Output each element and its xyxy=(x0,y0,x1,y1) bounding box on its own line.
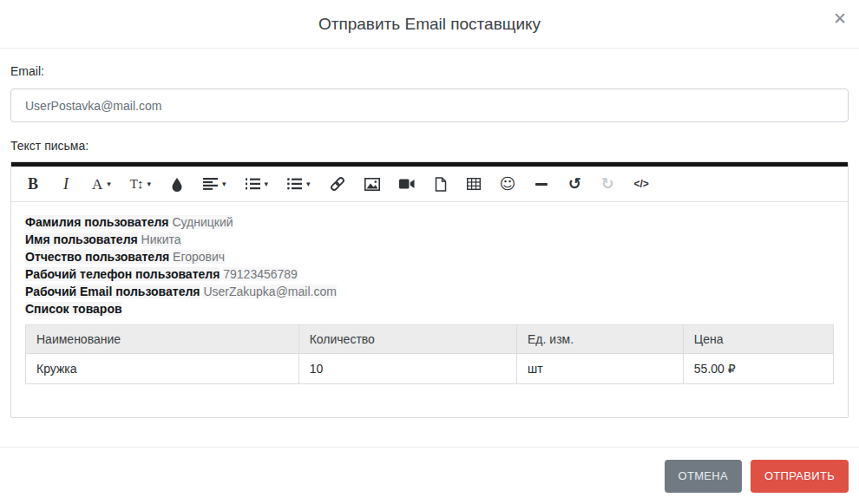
field-label: Фамилия пользователя xyxy=(25,215,169,229)
send-email-dialog: Отправить Email поставщику ✕ Email: Текс… xyxy=(0,0,859,504)
chevron-down-icon: ▾ xyxy=(306,180,311,188)
cancel-button[interactable]: ОТМЕНА xyxy=(665,460,742,493)
image-icon xyxy=(364,178,380,191)
redo-button[interactable]: ↻ xyxy=(591,167,624,201)
chevron-down-icon: ▾ xyxy=(147,180,151,188)
font-size-icon: T↕ xyxy=(130,178,143,191)
emoticon-icon: ☺ xyxy=(500,176,516,192)
dialog-body: Email: Текст письма: B I A▾ T↕▾ ▾ ▾ xyxy=(0,49,859,418)
dialog-header: Отправить Email поставщику ✕ xyxy=(0,0,859,49)
send-button[interactable]: ОТПРАВИТЬ xyxy=(751,460,849,493)
italic-button[interactable]: I xyxy=(49,167,82,201)
redo-icon: ↻ xyxy=(601,176,614,192)
horizontal-line-button[interactable] xyxy=(525,167,558,201)
user-firstname-line: Имя пользователя Никита xyxy=(25,231,834,248)
font-family-icon: A xyxy=(92,177,102,192)
field-value: Никита xyxy=(141,232,181,246)
ordered-list-button[interactable]: ▾ xyxy=(236,167,279,201)
font-size-button[interactable]: T↕▾ xyxy=(121,167,161,201)
column-header-quantity: Количество xyxy=(298,325,516,354)
cell-item-quantity: 10 xyxy=(298,354,516,384)
undo-icon: ↺ xyxy=(568,176,581,192)
field-value: UserZakupka@mail.com xyxy=(203,285,336,298)
field-label: Отчество пользователя xyxy=(25,250,169,264)
insert-video-button[interactable] xyxy=(390,167,424,201)
chevron-down-icon: ▾ xyxy=(107,180,111,188)
bold-icon: B xyxy=(28,176,38,192)
align-left-icon xyxy=(203,178,218,190)
editor-content[interactable]: Фамилия пользователя Судницкий Имя польз… xyxy=(11,202,848,417)
chevron-down-icon: ▾ xyxy=(265,180,269,188)
code-view-icon: </> xyxy=(633,179,648,189)
insert-link-button[interactable] xyxy=(320,167,355,201)
field-label: Рабочий телефон пользователя xyxy=(25,267,220,281)
bold-button[interactable]: B xyxy=(16,167,49,201)
close-icon[interactable]: ✕ xyxy=(833,10,847,27)
column-header-unit: Ед. изм. xyxy=(517,325,684,354)
align-button[interactable]: ▾ xyxy=(193,167,236,201)
field-label: Рабочий Email пользователя xyxy=(25,285,200,298)
cell-item-name: Кружка xyxy=(26,354,299,384)
unordered-list-icon xyxy=(287,178,302,190)
emoticon-button[interactable]: ☺ xyxy=(490,167,526,201)
unordered-list-button[interactable]: ▾ xyxy=(278,167,320,201)
file-icon xyxy=(435,177,447,192)
horizontal-line-icon xyxy=(535,183,548,186)
chevron-down-icon: ▾ xyxy=(222,180,226,188)
column-header-price: Цена xyxy=(683,325,833,354)
cell-item-unit: шт xyxy=(517,354,684,384)
link-icon xyxy=(330,176,345,192)
message-body-label: Текст письма: xyxy=(10,139,849,153)
font-family-button[interactable]: A▾ xyxy=(82,167,121,201)
editor-toolbar: B I A▾ T↕▾ ▾ ▾ ▾ xyxy=(11,167,848,202)
undo-button[interactable]: ↺ xyxy=(558,167,591,201)
cell-item-price: 55.00 ₽ xyxy=(683,354,833,384)
column-header-name: Наименование xyxy=(26,325,299,354)
field-label: Имя пользователя xyxy=(25,232,138,246)
insert-image-button[interactable] xyxy=(355,167,390,201)
user-email-line: Рабочий Email пользователя UserZakupka@m… xyxy=(25,283,834,300)
italic-icon: I xyxy=(63,176,69,192)
user-middlename-line: Отчество пользователя Егорович xyxy=(25,248,834,265)
items-table-header-row: Наименование Количество Ед. изм. Цена xyxy=(26,325,834,354)
text-color-button[interactable] xyxy=(161,167,193,201)
field-value: Судницкий xyxy=(172,215,233,229)
items-table: Наименование Количество Ед. изм. Цена Кр… xyxy=(25,324,834,384)
code-view-button[interactable]: </> xyxy=(624,167,658,201)
dialog-footer: ОТМЕНА ОТПРАВИТЬ xyxy=(0,447,859,504)
table-row: Кружка 10 шт 55.00 ₽ xyxy=(26,354,834,384)
rich-text-editor: B I A▾ T↕▾ ▾ ▾ ▾ xyxy=(10,161,849,418)
insert-table-button[interactable] xyxy=(457,167,490,201)
color-droplet-icon xyxy=(171,177,183,192)
items-list-title: Список товаров xyxy=(25,302,122,316)
field-value: Егорович xyxy=(173,250,225,264)
dialog-title: Отправить Email поставщику xyxy=(318,15,541,34)
email-input[interactable] xyxy=(10,88,849,122)
table-icon xyxy=(467,178,481,190)
ordered-list-icon xyxy=(246,178,260,190)
user-phone-line: Рабочий телефон пользователя 79123456789 xyxy=(25,265,834,283)
field-value: 79123456789 xyxy=(223,267,298,281)
user-lastname-line: Фамилия пользователя Судницкий xyxy=(25,213,834,231)
video-camera-icon xyxy=(399,179,415,189)
email-label: Email: xyxy=(10,64,849,78)
insert-file-button[interactable] xyxy=(424,167,457,201)
